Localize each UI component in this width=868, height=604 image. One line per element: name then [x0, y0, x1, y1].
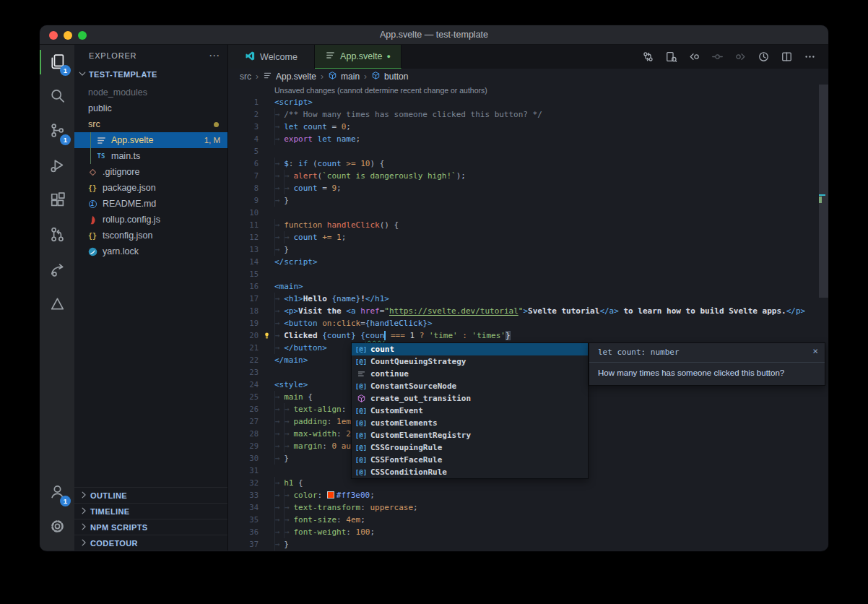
activity-item-manage[interactable] [40, 510, 74, 545]
line-number[interactable]: 8 [228, 182, 259, 194]
minimize-window-button[interactable] [64, 31, 72, 40]
tree-item-gitignore[interactable]: .gitignore [74, 164, 227, 180]
tab-app-svelte[interactable]: App.svelte● [315, 45, 402, 69]
line-number[interactable]: 17 [228, 293, 259, 305]
line-number[interactable]: 12 [228, 231, 259, 243]
activity-item-source-control[interactable]: 1 [40, 114, 74, 149]
code-line-2[interactable]: 2→/** How many times has someone clicked… [228, 108, 828, 121]
activity-item-explorer[interactable]: 1 [40, 45, 74, 79]
line-number[interactable]: 6 [228, 158, 259, 170]
line-number[interactable]: 22 [228, 354, 259, 366]
line-number[interactable]: 19 [228, 317, 259, 329]
previous-change-button[interactable] [684, 47, 704, 67]
line-number[interactable]: 20 [228, 329, 259, 342]
breadcrumb-item-main[interactable]: main [328, 71, 360, 82]
suggest-item-count[interactable]: [@]count [352, 343, 588, 355]
line-number[interactable]: 23 [228, 366, 259, 379]
line-number[interactable]: 29 [228, 440, 259, 452]
code-line-19[interactable]: 19→<button on:click={handleClick}> [228, 317, 828, 329]
code-line-11[interactable]: 11→function handleClick() { [228, 219, 828, 231]
line-number[interactable]: 7 [228, 170, 259, 182]
code-line-34[interactable]: 34→→text-transform: uppercase; [228, 501, 828, 514]
code-line-4[interactable]: 4→export let name; [228, 133, 828, 145]
line-number[interactable]: 16 [228, 280, 259, 293]
line-number[interactable]: 2 [228, 108, 259, 121]
line-number[interactable]: 32 [228, 477, 259, 489]
tree-item-node-modules[interactable]: node_modules [74, 85, 227, 100]
line-number[interactable]: 36 [228, 526, 259, 538]
breadcrumb-item-src[interactable]: src [240, 72, 251, 82]
line-number[interactable]: 15 [228, 268, 259, 280]
code-line-18[interactable]: 18→<p>Visit the <a href="https://svelte.… [228, 305, 828, 317]
suggest-item-countqueuingstrategy[interactable]: [@]CountQueuingStrategy [352, 355, 588, 368]
close-icon[interactable]: × [812, 346, 818, 355]
activity-item-search[interactable] [40, 79, 74, 114]
code-line-1[interactable]: 1<script> [228, 96, 828, 108]
sidebar-more-actions-icon[interactable]: ⋯ [209, 49, 220, 62]
code-line-10[interactable]: 10 [228, 207, 828, 219]
breadcrumb-item-app-svelte[interactable]: App.svelte [263, 71, 316, 82]
line-number[interactable]: 9 [228, 194, 259, 207]
tree-item-public[interactable]: public [74, 100, 227, 116]
gitlens-compare-button[interactable] [638, 47, 658, 67]
line-number[interactable]: 1 [228, 96, 259, 108]
scrollbar-slider[interactable] [819, 85, 828, 298]
line-number[interactable]: 26 [228, 403, 259, 415]
file-history-button[interactable] [753, 47, 773, 67]
split-editor-button[interactable] [776, 47, 797, 67]
line-number[interactable]: 34 [228, 501, 259, 514]
code-editor[interactable]: Unsaved changes (cannot determine recent… [228, 85, 828, 551]
activity-item-github-pull-requests[interactable] [40, 218, 74, 253]
sidebar-section-npm-scripts[interactable]: NPM SCRIPTS [74, 519, 227, 535]
code-line-13[interactable]: 13→} [228, 243, 828, 256]
code-line-14[interactable]: 14</script> [228, 256, 828, 268]
zoom-window-button[interactable] [78, 31, 87, 40]
suggest-item-create_out_transition[interactable]: create_out_transition [352, 392, 588, 405]
breadcrumb-item-button[interactable]: button [371, 71, 408, 82]
line-number[interactable]: 28 [228, 428, 259, 440]
suggest-item-customelements[interactable]: [@]customElements [352, 417, 588, 429]
activity-item-extensions[interactable] [40, 184, 74, 218]
sidebar-section-timeline[interactable]: TIMELINE [74, 503, 227, 519]
tree-item-readme-md[interactable]: iREADME.md [74, 196, 227, 212]
suggest-item-continue[interactable]: continue [352, 368, 588, 380]
line-number[interactable]: 31 [228, 465, 259, 477]
suggest-item-constantsourcenode[interactable]: [@]ConstantSourceNode [352, 380, 588, 392]
line-number[interactable]: 5 [228, 145, 259, 158]
editor-scrollbar[interactable] [819, 85, 828, 551]
code-line-17[interactable]: 17→<h1>Hello {name}!</h1> [228, 293, 828, 305]
code-line-15[interactable]: 15 [228, 268, 828, 280]
tree-item-app-svelte[interactable]: App.svelte1, M [74, 132, 227, 148]
code-line-20[interactable]: 20→Clicked {count} {coun === 1 ? 'time' … [228, 329, 828, 342]
code-line-3[interactable]: 3→let count = 0; [228, 121, 828, 133]
tree-item-main-ts[interactable]: TSmain.ts [74, 148, 227, 164]
tab-welcome[interactable]: Welcome [228, 45, 315, 69]
line-number[interactable]: 3 [228, 121, 259, 133]
tree-item-rollup-config-js[interactable]: rollup.config.js [74, 212, 227, 228]
line-number[interactable]: 21 [228, 342, 259, 354]
code-line-16[interactable]: 16<main> [228, 280, 828, 293]
code-line-37[interactable]: 37→} [228, 538, 828, 551]
code-line-35[interactable]: 35→→font-size: 4em; [228, 514, 828, 526]
line-number[interactable]: 11 [228, 219, 259, 231]
line-number[interactable]: 25 [228, 391, 259, 403]
line-number[interactable]: 24 [228, 379, 259, 391]
suggest-item-customelementregistry[interactable]: [@]CustomElementRegistry [352, 429, 588, 441]
sidebar-section-outline[interactable]: OUTLINE [74, 487, 227, 503]
line-number[interactable]: 35 [228, 514, 259, 526]
line-number[interactable]: 37 [228, 538, 259, 551]
tree-item-yarn-lock[interactable]: yarn.lock [74, 243, 227, 259]
code-line-9[interactable]: 9→} [228, 194, 828, 207]
tree-item-tsconfig-json[interactable]: {}tsconfig.json [74, 228, 227, 243]
more-actions-button[interactable] [799, 47, 820, 67]
line-number[interactable]: 30 [228, 452, 259, 465]
activity-item-accounts[interactable]: 1 [40, 475, 74, 510]
suggest-item-cssgroupingrule[interactable]: [@]CSSGroupingRule [352, 441, 588, 454]
activity-item-azure[interactable] [40, 288, 74, 322]
open-changes-button[interactable] [661, 47, 681, 67]
line-number[interactable]: 14 [228, 256, 259, 268]
code-line-6[interactable]: 6→$: if (count >= 10) { [228, 158, 828, 170]
line-number[interactable]: 13 [228, 243, 259, 256]
suggest-item-cssconditionrule[interactable]: [@]CSSConditionRule [352, 466, 588, 478]
close-window-button[interactable] [49, 31, 58, 40]
